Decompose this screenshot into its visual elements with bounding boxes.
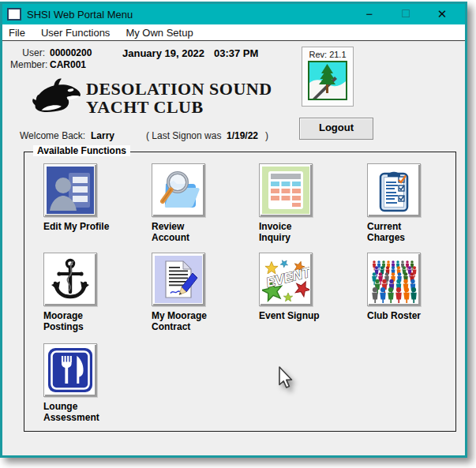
clipboard-checklist-icon — [370, 167, 418, 214]
contract-signing-icon-button[interactable] — [152, 253, 205, 306]
function-invoice-inquiry: Invoice Inquiry — [259, 163, 363, 243]
current-date: January 19, 2022 — [122, 47, 204, 59]
contract-pen-icon — [155, 256, 202, 303]
user-value: 00000200 — [50, 47, 92, 58]
function-club-roster: Club Roster — [367, 253, 471, 321]
function-event-signup: EVENT! Event Signup — [259, 253, 363, 321]
signon-date: 1/19/22 — [227, 130, 258, 141]
moorage-postings-button[interactable] — [43, 253, 97, 306]
function-lounge-assessment: Lounge Assessment — [43, 343, 148, 423]
member-label: Member: — [10, 59, 45, 70]
window-form-icon — [7, 8, 21, 21]
minimize-button-icon[interactable]: − — [351, 4, 388, 24]
function-review-account: Review Account — [152, 163, 256, 243]
revision-label: Rev: 21.1 — [302, 50, 353, 59]
function-my-moorage-contract: My Moorage Contract — [152, 253, 256, 332]
function-current-charges: Current Charges — [367, 163, 471, 243]
event-signup-button[interactable]: EVENT! — [259, 253, 313, 306]
menu-user-functions[interactable]: User Functions — [33, 27, 118, 39]
signon-prefix: ( Last Signon was — [146, 130, 221, 141]
restaurant-sign-icon — [47, 346, 94, 394]
anchor-icon — [47, 256, 94, 303]
crowd-icon — [370, 256, 418, 303]
member-value: CAR001 — [50, 59, 86, 70]
tree-scene-icon — [308, 61, 347, 100]
current-charges-button[interactable] — [367, 163, 421, 217]
club-roster-button[interactable] — [367, 253, 421, 306]
review-account-button[interactable] — [152, 163, 205, 217]
event-burst-icon: EVENT! — [262, 256, 309, 303]
group-title: Available Functions — [33, 145, 130, 156]
logout-button[interactable]: Logout — [299, 118, 373, 140]
signon-suffix: ) — [265, 130, 268, 141]
current-time: 03:37 PM — [214, 47, 258, 59]
menu-file[interactable]: File — [2, 27, 33, 39]
user-label: User: — [20, 47, 45, 58]
lounge-assessment-button[interactable] — [43, 343, 97, 397]
welcome-label: Welcome Back: — [20, 130, 85, 141]
orca-logo-icon — [31, 77, 84, 118]
function-edit-my-profile: Edit My Profile — [43, 163, 148, 232]
club-name-line2: YACHT CLUB — [86, 98, 204, 116]
club-name-line1: DESOLATION SOUND — [86, 80, 272, 98]
spreadsheet-icon — [262, 167, 309, 214]
title-bar[interactable]: SHSI Web Portal Menu − ☐ ✕ — [2, 4, 465, 24]
window-title: SHSI Web Portal Menu — [27, 9, 133, 21]
invoice-inquiry-button[interactable] — [259, 163, 313, 217]
close-button-icon[interactable]: ✕ — [424, 4, 460, 24]
folder-search-icon — [155, 167, 202, 214]
function-moorage-postings: Moorage Postings — [43, 253, 148, 332]
menu-bar: File User Functions My Own Setup — [2, 24, 465, 41]
app-window: SHSI Web Portal Menu − ☐ ✕ File User Fun… — [0, 2, 467, 458]
maximize-button-icon[interactable]: ☐ — [388, 4, 424, 24]
revision-panel: Rev: 21.1 — [302, 47, 354, 107]
profile-icon — [47, 167, 94, 214]
edit-my-profile-button[interactable] — [43, 163, 97, 217]
welcome-name: Larry — [91, 130, 114, 141]
menu-my-own-setup[interactable]: My Own Setup — [118, 27, 201, 39]
